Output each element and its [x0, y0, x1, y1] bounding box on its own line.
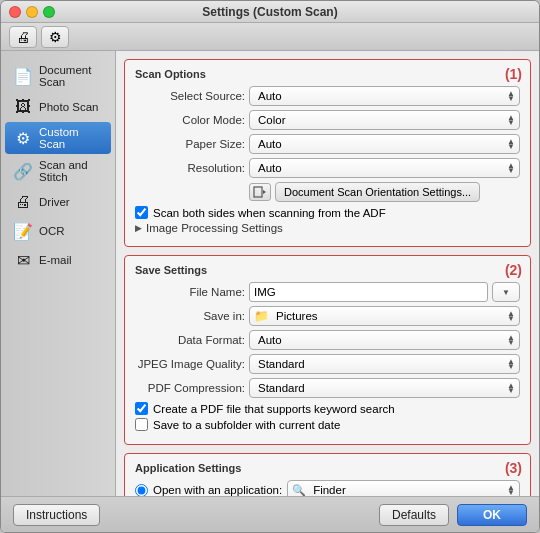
open-app-select[interactable]: Finder — [309, 484, 515, 496]
svg-marker-1 — [263, 190, 266, 194]
sidebar-item-label: Custom Scan — [39, 126, 103, 150]
orientation-icon — [253, 186, 267, 198]
scan-options-section: Scan Options (1) Select Source: Auto ▲▼ … — [124, 59, 531, 247]
window-title: Settings (Custom Scan) — [202, 5, 337, 19]
bottom-right-buttons: Defaults OK — [379, 504, 527, 526]
orientation-settings-button[interactable]: Document Scan Orientation Settings... — [275, 182, 480, 202]
file-name-row: File Name: ▼ — [135, 282, 520, 302]
scan-options-title: Scan Options — [135, 68, 520, 80]
pdf-compression-label: PDF Compression: — [135, 382, 245, 394]
keyword-search-label: Create a PDF file that supports keyword … — [153, 403, 395, 415]
toolbar: 🖨 ⚙ — [1, 23, 539, 51]
jpeg-quality-select[interactable]: Standard — [254, 358, 515, 370]
document-scan-icon: 📄 — [13, 66, 33, 86]
keyword-search-checkbox[interactable] — [135, 402, 148, 415]
sidebar-item-custom-scan[interactable]: ⚙ Custom Scan — [5, 122, 111, 154]
close-button[interactable] — [9, 6, 21, 18]
paper-size-control[interactable]: Auto ▲▼ — [249, 134, 520, 154]
save-settings-section: Save Settings (2) File Name: ▼ Save in: … — [124, 255, 531, 445]
scan-toolbar-button[interactable]: 🖨 — [9, 26, 37, 48]
pdf-compression-row: PDF Compression: Standard ▲▼ — [135, 378, 520, 398]
finder-icon: 🔍 — [292, 484, 306, 497]
main-content: 📄 Document Scan 🖼 Photo Scan ⚙ Custom Sc… — [1, 51, 539, 496]
app-settings-title: Application Settings — [135, 462, 520, 474]
disclosure-arrow-icon: ▶ — [135, 223, 142, 233]
minimize-button[interactable] — [26, 6, 38, 18]
save-settings-number: (2) — [505, 262, 522, 278]
select-source-control[interactable]: Auto ▲▼ — [249, 86, 520, 106]
pdf-compression-select[interactable]: Standard — [254, 382, 515, 394]
subfolder-label: Save to a subfolder with current date — [153, 419, 340, 431]
save-in-select[interactable]: Pictures — [272, 310, 515, 322]
resolution-label: Resolution: — [135, 162, 245, 174]
save-in-control[interactable]: 📁 Pictures ▲▼ — [249, 306, 520, 326]
file-name-input[interactable] — [249, 282, 488, 302]
open-app-control[interactable]: 🔍 Finder ▲▼ — [287, 480, 520, 496]
color-mode-row: Color Mode: Color ▲▼ — [135, 110, 520, 130]
select-source-row: Select Source: Auto ▲▼ — [135, 86, 520, 106]
sidebar-item-driver[interactable]: 🖨 Driver — [5, 188, 111, 216]
driver-icon: 🖨 — [13, 192, 33, 212]
orientation-row: Document Scan Orientation Settings... — [135, 182, 520, 202]
defaults-button[interactable]: Defaults — [379, 504, 449, 526]
sidebar-item-label: Photo Scan — [39, 101, 98, 113]
sidebar-item-label: OCR — [39, 225, 65, 237]
select-source-select[interactable]: Auto — [254, 90, 515, 102]
open-app-radio[interactable] — [135, 484, 148, 497]
sidebar-item-label: E-mail — [39, 254, 72, 266]
ocr-icon: 📝 — [13, 221, 33, 241]
open-app-label: Open with an application: — [153, 484, 282, 496]
photo-scan-icon: 🖼 — [13, 97, 33, 117]
image-processing-label: Image Processing Settings — [146, 222, 283, 234]
paper-size-row: Paper Size: Auto ▲▼ — [135, 134, 520, 154]
subfolder-checkbox[interactable] — [135, 418, 148, 431]
sidebar-item-ocr[interactable]: 📝 OCR — [5, 217, 111, 245]
save-settings-title: Save Settings — [135, 264, 520, 276]
file-name-controls: ▼ — [249, 282, 520, 302]
color-mode-select[interactable]: Color — [254, 114, 515, 126]
settings-window: Settings (Custom Scan) 🖨 ⚙ 📄 Document Sc… — [0, 0, 540, 533]
sidebar-item-scan-stitch[interactable]: 🔗 Scan and Stitch — [5, 155, 111, 187]
scan-both-sides-checkbox[interactable] — [135, 206, 148, 219]
bottom-bar: Instructions Defaults OK — [1, 496, 539, 532]
paper-size-select[interactable]: Auto — [254, 138, 515, 150]
scan-icon: 🖨 — [16, 29, 30, 45]
pdf-compression-control[interactable]: Standard ▲▼ — [249, 378, 520, 398]
app-settings-number: (3) — [505, 460, 522, 476]
resolution-select[interactable]: Auto — [254, 162, 515, 174]
sidebar-item-label: Scan and Stitch — [39, 159, 103, 183]
sidebar-item-email[interactable]: ✉ E-mail — [5, 246, 111, 274]
scan-stitch-icon: 🔗 — [13, 161, 33, 181]
resolution-row: Resolution: Auto ▲▼ — [135, 158, 520, 178]
keyword-search-row: Create a PDF file that supports keyword … — [135, 402, 520, 415]
select-source-label: Select Source: — [135, 90, 245, 102]
jpeg-quality-control[interactable]: Standard ▲▼ — [249, 354, 520, 374]
orientation-icon-button[interactable] — [249, 183, 271, 201]
data-format-select[interactable]: Auto — [254, 334, 515, 346]
email-icon: ✉ — [13, 250, 33, 270]
image-processing-row[interactable]: ▶ Image Processing Settings — [135, 222, 520, 234]
custom-scan-icon: ⚙ — [13, 128, 33, 148]
maximize-button[interactable] — [43, 6, 55, 18]
app-settings-section: Application Settings (3) Open with an ap… — [124, 453, 531, 496]
main-panel: Scan Options (1) Select Source: Auto ▲▼ … — [116, 51, 539, 496]
sidebar-item-document-scan[interactable]: 📄 Document Scan — [5, 60, 111, 92]
file-name-label: File Name: — [135, 286, 245, 298]
settings-toolbar-button[interactable]: ⚙ — [41, 26, 69, 48]
ok-button[interactable]: OK — [457, 504, 527, 526]
paper-size-label: Paper Size: — [135, 138, 245, 150]
sidebar-item-photo-scan[interactable]: 🖼 Photo Scan — [5, 93, 111, 121]
data-format-control[interactable]: Auto ▲▼ — [249, 330, 520, 350]
scan-both-sides-label: Scan both sides when scanning from the A… — [153, 207, 386, 219]
save-in-label: Save in: — [135, 310, 245, 322]
file-name-dropdown[interactable]: ▼ — [492, 282, 520, 302]
data-format-row: Data Format: Auto ▲▼ — [135, 330, 520, 350]
color-mode-control[interactable]: Color ▲▼ — [249, 110, 520, 130]
color-mode-label: Color Mode: — [135, 114, 245, 126]
resolution-control[interactable]: Auto ▲▼ — [249, 158, 520, 178]
instructions-button[interactable]: Instructions — [13, 504, 100, 526]
subfolder-row: Save to a subfolder with current date — [135, 418, 520, 431]
sidebar-item-label: Document Scan — [39, 64, 103, 88]
traffic-lights — [9, 6, 55, 18]
save-in-row: Save in: 📁 Pictures ▲▼ — [135, 306, 520, 326]
